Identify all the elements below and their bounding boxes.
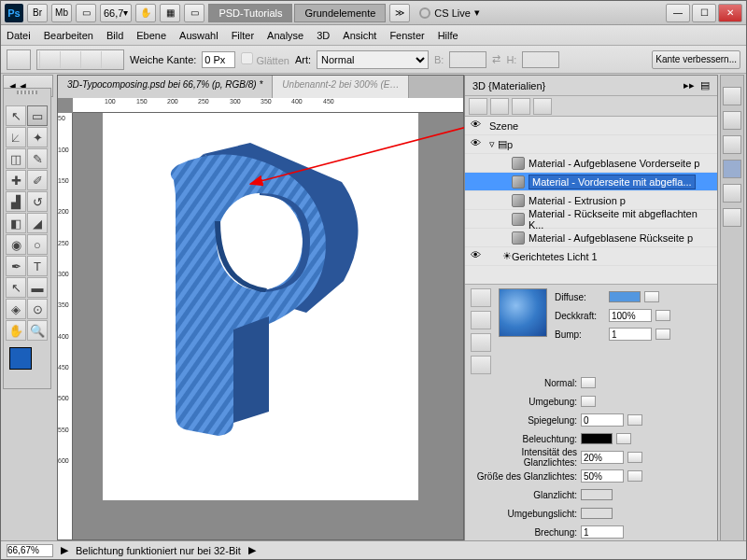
cs-live-label[interactable]: CS Live: [434, 7, 471, 19]
dock-3d-icon[interactable]: [723, 160, 741, 178]
eraser-tool-icon[interactable]: ◧: [6, 213, 26, 233]
material-picker-icon[interactable]: [471, 288, 491, 307]
screen-mode-icon[interactable]: ▭: [184, 4, 204, 22]
gradient-tool-icon[interactable]: ◢: [27, 213, 48, 233]
workspace-more-icon[interactable]: ≫: [389, 4, 410, 22]
menu-hilfe[interactable]: Hilfe: [438, 30, 458, 41]
menu-ebene[interactable]: Ebene: [136, 30, 166, 41]
view-extras-icon[interactable]: ▭: [76, 4, 96, 22]
menu-ansicht[interactable]: Ansicht: [343, 30, 376, 41]
gloss-intensity-input[interactable]: [581, 451, 624, 464]
brush-tool-icon[interactable]: ✐: [27, 170, 48, 190]
material-new-icon[interactable]: [471, 356, 491, 374]
3d-tool-icon[interactable]: ◈: [6, 299, 26, 319]
workspace-tab-psd-tutorials[interactable]: PSD-Tutorials: [208, 4, 292, 22]
history-brush-icon[interactable]: ↺: [27, 191, 48, 212]
pen-tool-icon[interactable]: ✒: [6, 256, 26, 276]
dock-adjust-icon[interactable]: [723, 184, 741, 203]
diffuse-texture-icon[interactable]: [644, 291, 659, 302]
canvas[interactable]: +: [73, 113, 463, 539]
menu-datei[interactable]: Datei: [7, 30, 31, 41]
toolbox: ↖ ▭ ⟀ ✦ ◫ ✎ ✚ ✐ ▟ ↺ ◧ ◢ ◉ ○ ✒ T ↖ ▬ ◈ ⊙ …: [3, 88, 51, 389]
width-label: B:: [434, 54, 444, 65]
blur-tool-icon[interactable]: ◉: [6, 234, 26, 255]
color-swatches[interactable]: [9, 347, 47, 383]
status-zoom-input[interactable]: [7, 544, 53, 557]
maximize-button[interactable]: ☐: [692, 4, 716, 22]
dock-history-icon[interactable]: [723, 208, 741, 227]
close-button[interactable]: ✕: [718, 4, 742, 22]
panel-title[interactable]: 3D {Materialien}: [472, 80, 545, 91]
filter-lights-icon[interactable]: [533, 98, 552, 115]
minimize-button[interactable]: —: [666, 4, 690, 22]
gloss-texture-icon[interactable]: [627, 452, 642, 463]
hand-tool-icon[interactable]: ✋: [135, 4, 156, 22]
gloss-size-texture-icon[interactable]: [627, 470, 642, 482]
shape-tool-icon[interactable]: ▬: [27, 277, 48, 298]
reflection-input[interactable]: [581, 413, 624, 427]
scene-tree[interactable]: 👁Szene 👁▿ ▤ p Material - Aufgeblasene Vo…: [465, 117, 717, 285]
bridge-icon[interactable]: Br: [27, 4, 48, 22]
environment-texture-icon[interactable]: [581, 396, 596, 407]
heal-tool-icon[interactable]: ✚: [6, 170, 26, 190]
3d-panel: 3D {Materialien} ▸▸ ▤ 👁Szene 👁▿ ▤ p Mate…: [464, 75, 718, 556]
menu-filter[interactable]: Filter: [232, 30, 254, 41]
dock-layers-icon[interactable]: [723, 135, 741, 154]
move-tool-icon[interactable]: ↖: [6, 105, 26, 126]
ambient-swatch[interactable]: [581, 508, 613, 519]
illumination-texture-icon[interactable]: [616, 433, 631, 444]
workspace-tab-grundelemente[interactable]: Grundelemente: [294, 4, 386, 22]
illumination-swatch[interactable]: [581, 433, 613, 444]
bump-input[interactable]: [609, 328, 652, 341]
gloss-size-input[interactable]: [581, 469, 624, 483]
photoshop-icon: Ps: [5, 4, 23, 22]
dodge-tool-icon[interactable]: ○: [27, 234, 48, 255]
stamp-tool-icon[interactable]: ▟: [6, 191, 26, 212]
material-preview-sphere[interactable]: [499, 288, 547, 337]
specular-swatch[interactable]: [581, 489, 613, 500]
eyedropper-tool-icon[interactable]: ✎: [27, 148, 48, 169]
feather-input[interactable]: [202, 51, 235, 68]
menu-fenster[interactable]: Fenster: [389, 30, 424, 41]
menu-3d[interactable]: 3D: [317, 30, 330, 41]
panel-collapse-icon[interactable]: ▸▸: [684, 79, 695, 91]
material-load-icon[interactable]: [471, 333, 491, 352]
foreground-swatch[interactable]: [9, 347, 32, 370]
refine-edge-button[interactable]: Kante verbessern...: [652, 50, 740, 69]
art-select[interactable]: Normal: [317, 50, 429, 69]
marquee-tool-icon[interactable]: ▭: [27, 105, 48, 126]
reflection-texture-icon[interactable]: [627, 414, 642, 426]
crop-tool-icon[interactable]: ◫: [6, 148, 26, 169]
zoom-tool-icon[interactable]: 🔍: [27, 320, 48, 341]
material-drop-icon[interactable]: [471, 311, 491, 329]
menu-bearbeiten[interactable]: Bearbeiten: [44, 30, 93, 41]
document-tab-1[interactable]: 3D-Typocomposing.psd bei 66,7% (p, RGB/8…: [58, 76, 273, 98]
diffuse-swatch[interactable]: [609, 291, 641, 302]
opacity-input[interactable]: [609, 309, 652, 322]
zoom-dropdown[interactable]: 66,7 ▾: [100, 4, 132, 22]
wand-tool-icon[interactable]: ✦: [27, 127, 48, 147]
menu-bild[interactable]: Bild: [106, 30, 123, 41]
type-tool-icon[interactable]: T: [27, 256, 48, 276]
normal-texture-icon[interactable]: [581, 377, 596, 388]
dock-swatches-icon[interactable]: [723, 111, 741, 130]
document-tab-2[interactable]: Unbenannt-2 bei 300% (E…: [273, 76, 409, 98]
filter-mesh-icon[interactable]: [490, 98, 509, 115]
panel-menu-icon[interactable]: ▤: [700, 79, 710, 91]
lasso-tool-icon[interactable]: ⟀: [6, 127, 26, 147]
arrange-icon[interactable]: ▦: [160, 4, 180, 22]
opacity-texture-icon[interactable]: [655, 310, 670, 321]
dock-color-icon[interactable]: [723, 87, 741, 105]
filter-materials-icon[interactable]: [512, 98, 530, 115]
hand-tool-icon[interactable]: ✋: [6, 320, 26, 341]
menu-auswahl[interactable]: Auswahl: [179, 30, 218, 41]
bump-texture-icon[interactable]: [655, 329, 670, 340]
refraction-input[interactable]: [581, 525, 624, 539]
minibridge-icon[interactable]: Mb: [51, 4, 72, 22]
path-select-icon[interactable]: ↖: [6, 277, 26, 298]
3d-camera-icon[interactable]: ⊙: [27, 299, 48, 319]
selection-mode-group[interactable]: [36, 49, 124, 70]
filter-scene-icon[interactable]: [469, 98, 487, 115]
menu-analyse[interactable]: Analyse: [267, 30, 303, 41]
tool-preset-icon[interactable]: [7, 49, 31, 70]
